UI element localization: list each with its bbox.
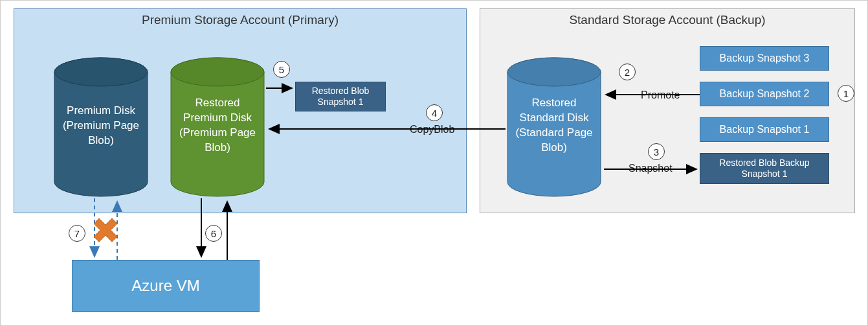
step-1: 1 [838, 85, 854, 102]
box-azure-vm: Azure VM [72, 260, 260, 312]
x-icon [94, 218, 117, 242]
box-backup-snapshot2: Backup Snapshot 2 [700, 82, 829, 106]
box-backup-snapshot3: Backup Snapshot 3 [700, 46, 829, 71]
label-backup-snapshot3: Backup Snapshot 3 [720, 52, 810, 65]
box-backup-snapshot1: Backup Snapshot 1 [700, 117, 829, 142]
cylinder-premium-disk: Premium Disk (Premium Page Blob) [52, 56, 150, 198]
panel-backup-title: Standard Storage Account (Backup) [480, 13, 854, 27]
svg-point-1 [54, 58, 148, 86]
step-2: 2 [619, 64, 636, 80]
cylinder-restored-premium-disk-label: Restored Premium Disk (Premium Page Blob… [169, 96, 266, 156]
step-5: 5 [273, 61, 290, 78]
cylinder-restored-standard-disk-label: Restored Standard Disk (Standard Page Bl… [506, 96, 603, 156]
cylinder-restored-standard-disk: Restored Standard Disk (Standard Page Bl… [506, 56, 603, 198]
label-backup-snapshot1: Backup Snapshot 1 [720, 123, 810, 136]
box-restored-blob-backup-snapshot1: Restored Blob Backup Snapshot 1 [700, 153, 829, 184]
step-6: 6 [205, 225, 222, 242]
step-7: 7 [69, 225, 85, 242]
cylinder-premium-disk-label: Premium Disk (Premium Page Blob) [52, 103, 150, 148]
label-promote: Promote [641, 89, 680, 101]
step-4: 4 [426, 104, 443, 121]
svg-point-5 [507, 58, 601, 86]
label-restored-blob-backup-snapshot1: Restored Blob Backup Snapshot 1 [706, 157, 823, 180]
label-azure-vm: Azure VM [131, 276, 199, 296]
label-backup-snapshot2: Backup Snapshot 2 [720, 87, 810, 100]
label-restored-blob-snapshot1: Restored Blob Snapshot 1 [301, 86, 380, 108]
step-3: 3 [648, 143, 665, 160]
box-restored-blob-snapshot1: Restored Blob Snapshot 1 [295, 82, 386, 111]
label-copyblob: CopyBlob [410, 124, 454, 135]
cylinder-restored-premium-disk: Restored Premium Disk (Premium Page Blob… [169, 56, 266, 198]
label-snapshot: Snapshot [629, 163, 673, 174]
svg-point-3 [171, 58, 264, 86]
panel-primary-title: Premium Storage Account (Primary) [14, 13, 466, 27]
